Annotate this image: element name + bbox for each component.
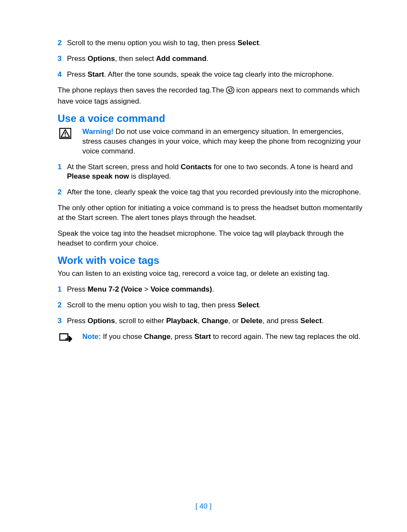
document-page: 2 Scroll to the menu option you wish to …	[0, 0, 407, 532]
warning-label: Warning!	[82, 127, 113, 136]
heading-work-with-voice-tags: Work with voice tags	[58, 254, 364, 266]
warning-text: Warning! Do not use voice command in an …	[82, 127, 364, 156]
step-number: 2	[58, 301, 67, 310]
note-icon	[58, 332, 82, 343]
step-number: 1	[58, 285, 67, 295]
step-text: Press Options, then select Add command.	[67, 54, 364, 64]
step-text: Press Menu 7-2 (Voice > Voice commands).	[67, 285, 364, 295]
note-label: Note:	[82, 332, 101, 341]
step-text: Press Start. After the tone sounds, spea…	[67, 70, 364, 80]
step-text: After the tone, clearly speak the voice …	[67, 188, 364, 197]
step-3: 3 Press Options, then select Add command…	[58, 54, 364, 64]
step-2: 2 After the tone, clearly speak the voic…	[58, 188, 364, 197]
svg-rect-0	[227, 87, 234, 93]
step-text: Press Options, scroll to either Playback…	[67, 316, 364, 326]
warning-callout: Warning! Do not use voice command in an …	[58, 127, 364, 156]
step-2: 2 Scroll to the menu option you wish to …	[58, 301, 364, 310]
body-paragraph: The phone replays then saves the recorde…	[58, 86, 364, 107]
step-number: 1	[58, 162, 67, 182]
note-text: Note: If you chose Change, press Start t…	[82, 332, 364, 343]
step-text: Scroll to the menu option you wish to ta…	[67, 301, 364, 310]
step-1: 1 Press Menu 7-2 (Voice > Voice commands…	[58, 285, 364, 295]
step-1: 1 At the Start screen, press and hold Co…	[58, 162, 364, 182]
step-text: At the Start screen, press and hold Cont…	[67, 162, 364, 182]
step-number: 4	[58, 70, 67, 80]
step-number: 2	[58, 38, 67, 48]
step-number: 3	[58, 316, 67, 326]
body-paragraph: Speak the voice tag into the headset mic…	[58, 229, 364, 249]
page-number: [ 40 ]	[0, 502, 407, 511]
step-2: 2 Scroll to the menu option you wish to …	[58, 38, 364, 48]
voice-tag-icon	[226, 87, 234, 97]
step-number: 2	[58, 188, 67, 197]
body-paragraph: You can listen to an existing voice tag,…	[58, 269, 364, 279]
heading-use-voice-command: Use a voice command	[58, 113, 364, 124]
svg-point-3	[65, 135, 66, 136]
step-4: 4 Press Start. After the tone sounds, sp…	[58, 70, 364, 80]
note-callout: Note: If you chose Change, press Start t…	[58, 332, 364, 343]
body-paragraph: The only other option for initiating a v…	[58, 203, 364, 223]
step-3: 3 Press Options, scroll to either Playba…	[58, 316, 364, 326]
step-text: Scroll to the menu option you wish to ta…	[67, 38, 364, 48]
warning-icon	[58, 127, 82, 156]
step-number: 3	[58, 54, 67, 64]
